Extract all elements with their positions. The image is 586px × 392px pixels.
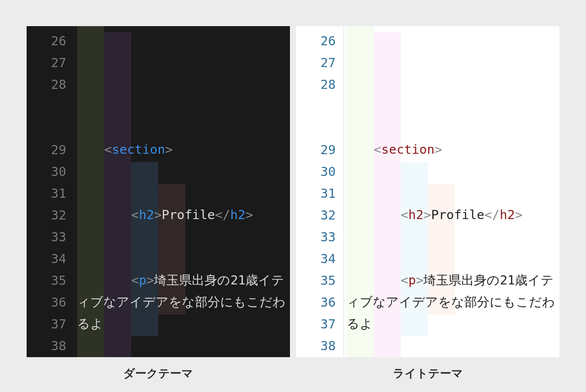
line-number: 35 (27, 270, 66, 292)
line-number: 31 (296, 183, 336, 205)
line-number: 37 (27, 314, 66, 335)
code-line: <section> (77, 139, 290, 161)
line-number: 29 (27, 139, 66, 161)
comparison-container: 26 27 28 29 30 31 32 33 34 35 36 37 38 (3, 0, 583, 392)
light-column: 26 27 28 29 30 31 32 33 34 35 36 37 38 (296, 26, 559, 381)
line-number: 31 (27, 183, 66, 205)
dark-code-area[interactable]: <section> <h2>Profile</h2> <p>埼玉県出身の21歳イ… (75, 26, 290, 357)
code-line: <p>埼玉県出身の21歳イティブなアイデアをな部分にもこだわるよ (347, 270, 559, 335)
line-number: 33 (27, 226, 66, 248)
line-number: 35 (296, 270, 336, 292)
line-number: 26 (27, 30, 66, 52)
line-number: 28 (296, 74, 336, 139)
dark-editor[interactable]: 26 27 28 29 30 31 32 33 34 35 36 37 38 (27, 26, 290, 357)
light-code-area[interactable]: <section> <h2>Profile</h2> <p>埼玉県出身の21歳イ… (344, 26, 559, 357)
line-number: 37 (296, 314, 336, 335)
line-number: 30 (296, 161, 336, 183)
light-gutter: 26 27 28 29 30 31 32 33 34 35 36 37 38 (296, 26, 344, 357)
line-number: 36 (296, 292, 336, 314)
line-number: 34 (27, 248, 66, 270)
code-line: <p>埼玉県出身の21歳イティブなアイデアをな部分にもこだわるよ (77, 270, 290, 335)
line-number: 27 (27, 52, 66, 74)
light-caption: ライトテーマ (296, 366, 559, 381)
dark-gutter: 26 27 28 29 30 31 32 33 34 35 36 37 38 (27, 26, 75, 357)
line-number: 29 (296, 139, 336, 161)
dark-caption: ダークテーマ (27, 366, 290, 381)
line-number: 36 (27, 292, 66, 314)
line-number: 30 (27, 161, 66, 183)
line-number: 27 (296, 52, 336, 74)
line-number: 38 (296, 335, 336, 357)
dark-column: 26 27 28 29 30 31 32 33 34 35 36 37 38 (27, 26, 290, 381)
line-number: 32 (296, 205, 336, 226)
line-number: 28 (27, 74, 66, 139)
line-number: 34 (296, 248, 336, 270)
code-line: <section> (347, 139, 559, 161)
line-number: 26 (296, 30, 336, 52)
line-number: 38 (27, 335, 66, 357)
line-number: 32 (27, 205, 66, 226)
code-line: <h2>Profile</h2> (347, 204, 559, 226)
code-line: <h2>Profile</h2> (77, 204, 290, 226)
line-number: 33 (296, 226, 336, 248)
light-editor[interactable]: 26 27 28 29 30 31 32 33 34 35 36 37 38 (296, 26, 559, 357)
